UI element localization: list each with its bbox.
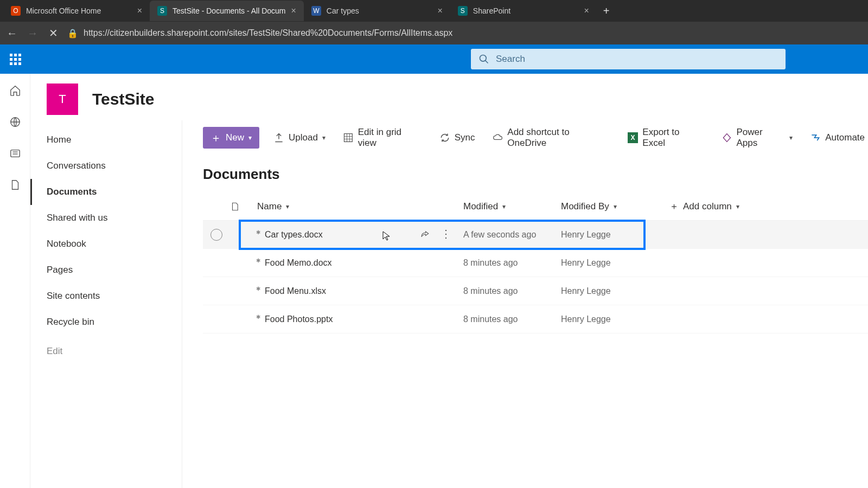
- nav-home[interactable]: Home: [30, 127, 182, 153]
- nav-site-contents[interactable]: Site contents: [30, 283, 182, 309]
- close-icon[interactable]: ×: [584, 6, 589, 16]
- nav-shared[interactable]: Shared with us: [30, 205, 182, 231]
- app-launcher-icon[interactable]: [7, 50, 24, 68]
- powerapps-icon: [722, 132, 732, 143]
- onedrive-icon: [493, 132, 503, 143]
- column-modified[interactable]: Modified ▾: [463, 201, 561, 212]
- table-row[interactable]: Food Photos.pptx 8 minutes ago Henry Leg…: [203, 305, 868, 333]
- close-icon[interactable]: ×: [291, 6, 296, 16]
- power-apps-button[interactable]: Power Apps ▾: [718, 127, 796, 149]
- svg-line-1: [486, 61, 488, 63]
- file-name[interactable]: Food Memo.docx: [257, 258, 463, 268]
- tab-title: Car types: [327, 7, 432, 15]
- nav-pages[interactable]: Pages: [30, 257, 182, 283]
- command-bar: ＋ New ▾ Upload ▾ Edit in grid view: [203, 120, 868, 155]
- new-tab-button[interactable]: +: [597, 5, 616, 17]
- modified-value: 8 minutes ago: [463, 258, 561, 268]
- row-actions: ⋮: [420, 230, 451, 240]
- news-icon[interactable]: [9, 147, 21, 159]
- files-icon[interactable]: [9, 179, 21, 191]
- table-row[interactable]: Car types.docx A few seconds ago Henry L…: [203, 221, 868, 249]
- sharepoint-icon: S: [458, 6, 468, 16]
- sync-button[interactable]: Sync: [436, 132, 478, 143]
- search-input[interactable]: Search: [471, 49, 786, 69]
- sharepoint-icon: S: [157, 6, 167, 16]
- app-body: T TestSite Home Conversations Documents …: [0, 74, 868, 488]
- grid-view-button[interactable]: Edit in grid view: [340, 127, 425, 149]
- sync-icon: [439, 132, 450, 143]
- table-header: Name ▾ Modified ▾ Modified By ▾ ＋: [203, 192, 868, 221]
- close-icon[interactable]: ×: [137, 6, 142, 16]
- column-modified-by[interactable]: Modified By ▾: [561, 201, 669, 212]
- file-name[interactable]: Food Menu.xlsx: [257, 286, 463, 296]
- new-label: New: [226, 132, 244, 143]
- browser-tab[interactable]: S TestSite - Documents - All Docum ×: [150, 1, 304, 21]
- file-type-column-icon[interactable]: [230, 201, 257, 212]
- back-button[interactable]: ←: [5, 27, 18, 40]
- file-name[interactable]: Food Photos.pptx: [257, 314, 463, 324]
- upload-icon: [273, 132, 284, 143]
- modified-value: A few seconds ago: [463, 230, 561, 240]
- tab-strip: O Microsoft Office Home × S TestSite - D…: [0, 0, 868, 22]
- chevron-down-icon: ▾: [322, 134, 326, 142]
- site-nav: Home Conversations Documents Shared with…: [30, 120, 182, 488]
- forward-button[interactable]: →: [26, 27, 39, 40]
- content-row: Home Conversations Documents Shared with…: [30, 120, 868, 488]
- url-field[interactable]: 🔒 https://citizenbuilders.sharepoint.com…: [67, 28, 863, 38]
- address-bar: ← → ✕ 🔒 https://citizenbuilders.sharepoi…: [0, 22, 868, 44]
- plus-icon: ＋: [210, 131, 221, 145]
- site-header: T TestSite: [30, 74, 868, 120]
- modified-by-value: Henry Legge: [561, 230, 669, 240]
- plus-icon: ＋: [669, 200, 679, 213]
- nav-notebook[interactable]: Notebook: [30, 231, 182, 257]
- site-title: TestSite: [92, 90, 154, 108]
- new-button[interactable]: ＋ New ▾: [203, 127, 259, 149]
- modified-value: 8 minutes ago: [463, 314, 561, 324]
- chevron-down-icon: ▾: [502, 203, 506, 210]
- modified-by-value: Henry Legge: [561, 286, 669, 296]
- globe-icon[interactable]: [9, 116, 21, 128]
- nav-documents[interactable]: Documents: [30, 179, 182, 205]
- nav-conversations[interactable]: Conversations: [30, 153, 182, 179]
- chevron-down-icon: ▾: [789, 134, 793, 142]
- svg-point-0: [480, 55, 487, 62]
- nav-edit[interactable]: Edit: [30, 338, 182, 364]
- row-select[interactable]: [210, 229, 222, 241]
- browser-tab[interactable]: S SharePoint ×: [450, 1, 597, 21]
- column-name[interactable]: Name ▾: [257, 201, 463, 212]
- more-icon[interactable]: ⋮: [441, 230, 451, 240]
- stop-button[interactable]: ✕: [47, 27, 60, 40]
- modified-by-value: Henry Legge: [561, 314, 669, 324]
- file-icon-loading: [257, 286, 261, 296]
- left-rail: [0, 74, 30, 488]
- add-column-button[interactable]: ＋ Add column ▾: [669, 200, 810, 213]
- share-icon[interactable]: [420, 230, 430, 240]
- tab-title: TestSite - Documents - All Docum: [173, 7, 286, 15]
- export-excel-button[interactable]: X Export to Excel: [624, 127, 707, 149]
- close-icon[interactable]: ×: [438, 6, 443, 16]
- office-icon: O: [11, 6, 21, 16]
- browser-tab[interactable]: W Car types ×: [304, 1, 450, 21]
- modified-value: 8 minutes ago: [463, 286, 561, 296]
- tab-title: Microsoft Office Home: [26, 7, 132, 15]
- browser-tab[interactable]: O Microsoft Office Home ×: [3, 1, 150, 21]
- suite-header: Search: [0, 44, 868, 74]
- add-shortcut-button[interactable]: Add shortcut to OneDrive: [489, 127, 614, 149]
- svg-rect-3: [10, 150, 20, 157]
- automate-button[interactable]: Automate: [807, 132, 868, 143]
- upload-button[interactable]: Upload ▾: [270, 132, 329, 143]
- chevron-down-icon: ▾: [248, 134, 252, 142]
- table-row[interactable]: Food Memo.docx 8 minutes ago Henry Legge: [203, 249, 868, 277]
- file-icon-loading: [257, 230, 261, 240]
- home-icon[interactable]: [9, 85, 21, 97]
- tab-title: SharePoint: [473, 7, 579, 15]
- table-row[interactable]: Food Menu.xlsx 8 minutes ago Henry Legge: [203, 277, 868, 305]
- automate-icon: [810, 132, 821, 143]
- chevron-down-icon: ▾: [286, 203, 289, 210]
- chevron-down-icon: ▾: [736, 203, 739, 210]
- site-logo[interactable]: T: [47, 84, 78, 115]
- browser-chrome: O Microsoft Office Home × S TestSite - D…: [0, 0, 868, 44]
- word-icon: W: [311, 6, 321, 16]
- site-area: T TestSite Home Conversations Documents …: [30, 74, 868, 488]
- nav-recycle-bin[interactable]: Recycle bin: [30, 309, 182, 335]
